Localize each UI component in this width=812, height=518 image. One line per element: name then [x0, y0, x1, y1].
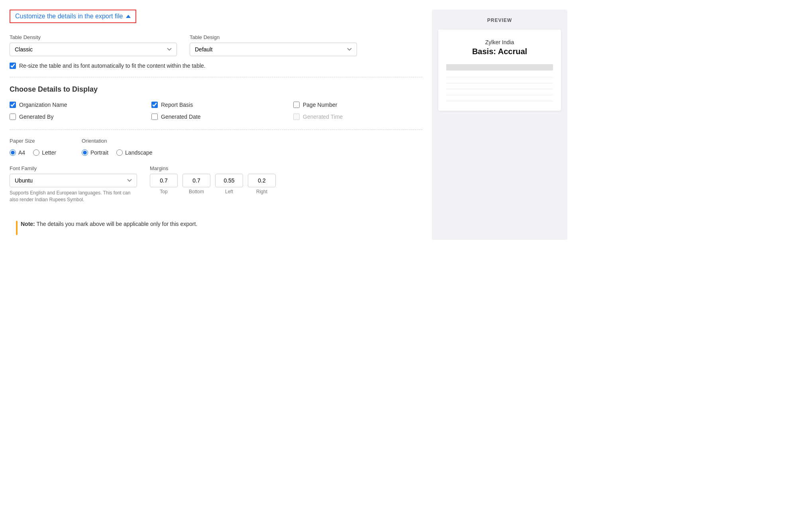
- table-density-group: Table Density Classic Compact Comfortabl…: [10, 34, 177, 56]
- note-bar: [16, 221, 18, 235]
- note-label: Note:: [21, 221, 35, 227]
- portrait-item: Portrait: [82, 149, 108, 156]
- header-section: Customize the details in the export file: [10, 10, 422, 23]
- preview-line-5: [446, 101, 553, 101]
- preview-org-name: Zylker India: [446, 39, 553, 45]
- divider-2: [10, 130, 422, 130]
- generated-by-item: Generated By: [10, 114, 139, 120]
- orientation-label: Orientation: [82, 138, 153, 144]
- table-design-select[interactable]: Default Striped Bordered: [190, 43, 357, 56]
- table-density-label: Table Density: [10, 34, 177, 40]
- font-family-label: Font Family: [10, 165, 137, 171]
- margin-left-input[interactable]: [215, 174, 243, 187]
- org-name-checkbox[interactable]: [10, 102, 16, 108]
- preview-gray-bar: [446, 64, 553, 71]
- margin-top-label: Top: [160, 189, 167, 194]
- table-design-group: Table Design Default Striped Bordered: [190, 34, 357, 56]
- generated-date-checkbox[interactable]: [151, 114, 158, 120]
- preview-line-2: [446, 83, 553, 83]
- preview-line-3: [446, 89, 553, 89]
- generated-by-label[interactable]: Generated By: [19, 114, 53, 120]
- margin-left-field: Left: [215, 174, 243, 194]
- paper-orientation-row: Paper Size A4 Letter Orientation: [10, 138, 422, 156]
- margin-right-label: Right: [256, 189, 267, 194]
- generated-time-item: Generated Time: [293, 114, 422, 120]
- orientation-section: Orientation Portrait Landscape: [82, 138, 153, 156]
- generated-date-item: Generated Date: [151, 114, 280, 120]
- font-family-group: Font Family Ubuntu Arial Times New Roman…: [10, 165, 137, 203]
- note-section: Note: The details you mark above will be…: [10, 216, 422, 240]
- auto-resize-label[interactable]: Re-size the table and its font automatic…: [19, 63, 206, 69]
- customize-title-button[interactable]: Customize the details in the export file: [10, 10, 136, 23]
- margin-bottom-input[interactable]: [182, 174, 210, 187]
- divider-1: [10, 77, 422, 77]
- landscape-radio[interactable]: [116, 149, 123, 156]
- a4-label[interactable]: A4: [18, 149, 25, 156]
- font-family-select[interactable]: Ubuntu Arial Times New Roman Helvetica: [10, 174, 137, 187]
- preview-line-1: [446, 77, 553, 77]
- a4-radio[interactable]: [10, 149, 16, 156]
- font-margins-row: Font Family Ubuntu Arial Times New Roman…: [10, 165, 422, 203]
- landscape-label[interactable]: Landscape: [125, 149, 153, 156]
- paper-letter-item: Letter: [33, 149, 56, 156]
- portrait-radio[interactable]: [82, 149, 88, 156]
- letter-label[interactable]: Letter: [42, 149, 56, 156]
- org-name-label[interactable]: Organization Name: [19, 102, 67, 108]
- font-hint: Supports English and European languages.…: [10, 190, 137, 203]
- table-design-label: Table Design: [190, 34, 357, 40]
- note-content: The details you mark above will be appli…: [36, 221, 197, 227]
- generated-date-label[interactable]: Generated Date: [161, 114, 201, 120]
- report-basis-item: Report Basis: [151, 102, 280, 108]
- generated-time-checkbox[interactable]: [293, 114, 300, 120]
- choose-details-section: Choose Details to Display Organization N…: [10, 85, 422, 120]
- chevron-up-icon: [126, 15, 131, 18]
- margin-right-field: Right: [248, 174, 276, 194]
- margins-label: Margins: [150, 165, 276, 171]
- paper-size-label: Paper Size: [10, 138, 56, 144]
- orientation-radio-group: Portrait Landscape: [82, 149, 153, 156]
- auto-resize-row: Re-size the table and its font automatic…: [10, 63, 422, 69]
- margin-top-input[interactable]: [150, 174, 178, 187]
- report-basis-label[interactable]: Report Basis: [161, 102, 193, 108]
- generated-time-label[interactable]: Generated Time: [303, 114, 343, 120]
- page-number-checkbox[interactable]: [293, 102, 300, 108]
- margins-inputs: Top Bottom Left Right: [150, 174, 276, 194]
- paper-size-section: Paper Size A4 Letter: [10, 138, 56, 156]
- letter-radio[interactable]: [33, 149, 39, 156]
- table-settings-row: Table Density Classic Compact Comfortabl…: [10, 34, 422, 56]
- customize-title-text: Customize the details in the export file: [15, 13, 123, 20]
- preview-card: Zylker India Basis: Accrual: [438, 29, 561, 111]
- margin-top-field: Top: [150, 174, 178, 194]
- report-basis-checkbox[interactable]: [151, 102, 158, 108]
- margin-right-input[interactable]: [248, 174, 276, 187]
- preview-basis: Basis: Accrual: [446, 47, 553, 56]
- margin-bottom-field: Bottom: [182, 174, 210, 194]
- portrait-label[interactable]: Portrait: [90, 149, 108, 156]
- table-density-select[interactable]: Classic Compact Comfortable: [10, 43, 177, 56]
- note-text: Note: The details you mark above will be…: [21, 221, 197, 227]
- paper-a4-item: A4: [10, 149, 25, 156]
- margin-left-label: Left: [225, 189, 233, 194]
- margins-group: Margins Top Bottom Left: [150, 165, 276, 203]
- generated-by-checkbox[interactable]: [10, 114, 16, 120]
- page-number-item: Page Number: [293, 102, 422, 108]
- choose-details-title: Choose Details to Display: [10, 85, 422, 94]
- auto-resize-checkbox[interactable]: [10, 63, 16, 69]
- org-name-item: Organization Name: [10, 102, 139, 108]
- preview-title: PREVIEW: [438, 18, 561, 23]
- paper-size-radio-group: A4 Letter: [10, 149, 56, 156]
- preview-line-4: [446, 95, 553, 95]
- landscape-item: Landscape: [116, 149, 153, 156]
- page-number-label[interactable]: Page Number: [303, 102, 337, 108]
- margin-bottom-label: Bottom: [189, 189, 204, 194]
- preview-panel: PREVIEW Zylker India Basis: Accrual: [432, 10, 567, 240]
- details-grid: Organization Name Report Basis Page Numb…: [10, 102, 422, 120]
